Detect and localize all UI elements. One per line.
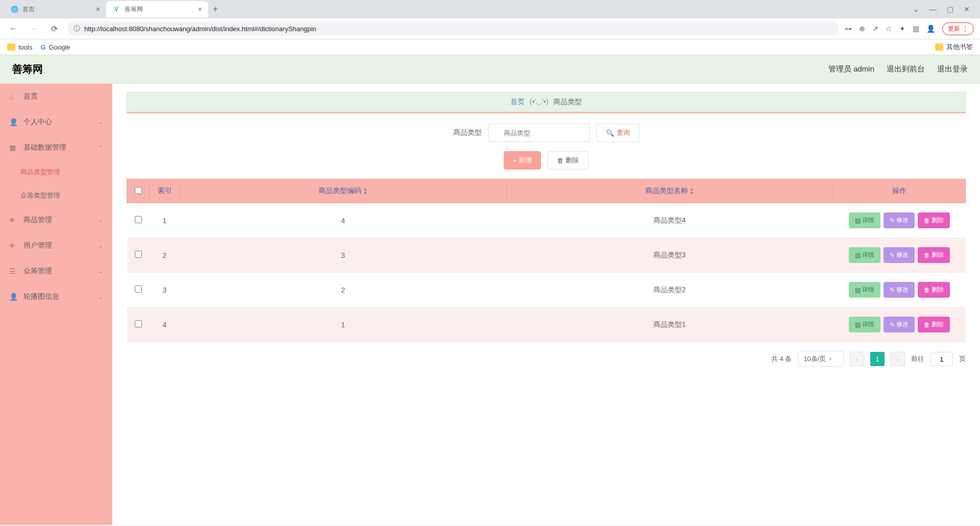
breadcrumb-home[interactable]: 首页 (510, 98, 525, 106)
goto-label: 前往 (911, 354, 924, 364)
to-front-link[interactable]: 退出到前台 (887, 64, 925, 74)
goto-suffix: 页 (959, 354, 966, 364)
cell-name: 商品类型4 (506, 203, 833, 238)
goto-page-input[interactable] (930, 352, 953, 366)
detail-button[interactable]: ▤ 详情 (849, 317, 880, 332)
row-checkbox[interactable] (135, 216, 142, 223)
col-name[interactable]: 商品类型名称▲▼ (506, 179, 833, 203)
profile-icon[interactable]: 👤 (926, 25, 935, 33)
row-checkbox[interactable] (135, 285, 142, 293)
panel-icon[interactable]: ▥ (913, 25, 919, 33)
delete-button[interactable]: 🗑 删除 (918, 212, 950, 228)
browser-tab-app[interactable]: V 善筹网 × (106, 1, 208, 17)
grid-icon: ▦ (9, 144, 18, 152)
key-icon[interactable]: ⊶ (845, 25, 852, 33)
page-size-select[interactable]: 10条/页 ▼ (798, 351, 844, 367)
doc-icon: ▤ (855, 252, 861, 259)
edit-button[interactable]: ✎ 修改 (884, 282, 915, 298)
sidebar-item-personal[interactable]: 👤个人中心⌄ (0, 109, 112, 135)
table-row: 32商品类型2▤ 详情✎ 修改🗑 删除 (127, 273, 966, 307)
bookmark-tools[interactable]: tools (7, 43, 32, 51)
share-icon[interactable]: ↗ (872, 25, 878, 33)
sidebar-sub-crowd-type[interactable]: 众筹类型管理 (0, 184, 112, 207)
query-button[interactable]: 🔍查询 (596, 124, 640, 142)
close-icon[interactable]: × (198, 5, 202, 13)
page-number-button[interactable]: 1 (870, 352, 885, 366)
delete-button[interactable]: 🗑 删除 (918, 317, 950, 332)
cell-code: 4 (180, 203, 507, 238)
sidebar-sub-product-type[interactable]: 商品类型管理 (0, 160, 112, 184)
sidebar-item-user[interactable]: ✈用户管理⌄ (0, 233, 112, 258)
back-button[interactable]: ← (6, 21, 20, 36)
tab-title: 善筹网 (125, 5, 143, 14)
row-checkbox[interactable] (135, 320, 142, 327)
edit-icon: ✎ (890, 217, 895, 224)
table-row: 41商品类型1▤ 详情✎ 修改🗑 删除 (127, 307, 966, 342)
edit-button[interactable]: ✎ 修改 (884, 212, 915, 228)
bookmark-other[interactable]: 其他书签 (935, 42, 973, 52)
browser-chrome: 🌐 首页 × V 善筹网 × + ⌄ — ▢ ✕ ← → ⟳ ⓘ http://… (0, 0, 980, 55)
address-bar: ← → ⟳ ⓘ http://localhost:8080/shanchouwa… (0, 18, 980, 39)
close-icon[interactable]: × (96, 5, 100, 13)
detail-button[interactable]: ▤ 详情 (849, 247, 880, 263)
info-icon: ⓘ (74, 24, 80, 33)
edit-button[interactable]: ✎ 修改 (884, 247, 915, 263)
user-icon: 👤 (9, 293, 18, 301)
cell-index: 3 (150, 273, 180, 307)
url-text: http://localhost:8080/shanchouwang/admin… (84, 25, 316, 33)
delete-button[interactable]: 🗑 删除 (918, 282, 950, 298)
user-label[interactable]: 管理员 admin (828, 64, 874, 74)
window-controls: ⌄ — ▢ ✕ (913, 5, 976, 13)
cell-name: 商品类型2 (506, 273, 833, 307)
sidebar-item-product[interactable]: ✈商品管理⌄ (0, 207, 112, 233)
cell-code: 3 (180, 238, 507, 273)
chevron-down-icon: ▼ (828, 356, 833, 362)
next-page-button[interactable]: › (891, 352, 905, 366)
close-window-icon[interactable]: ✕ (964, 5, 970, 13)
send-icon: ✈ (9, 242, 18, 250)
new-tab-button[interactable]: + (208, 2, 223, 16)
chevron-down-icon: ⌄ (98, 118, 103, 126)
extensions-icon[interactable]: ✦ (899, 25, 905, 33)
logout-link[interactable]: 退出登录 (937, 64, 968, 74)
reload-button[interactable]: ⟳ (47, 21, 61, 36)
update-button[interactable]: 更新 ⋮ (942, 22, 974, 35)
edit-button[interactable]: ✎ 修改 (884, 317, 915, 332)
breadcrumb-separator: (•'◡'•) (530, 98, 548, 106)
chevron-down-icon: ⌄ (98, 268, 103, 275)
detail-button[interactable]: ▤ 详情 (849, 212, 880, 228)
col-code[interactable]: 商品类型编码▲▼ (180, 179, 507, 203)
breadcrumb-current: 商品类型 (553, 98, 582, 106)
data-table: 索引 商品类型编码▲▼ 商品类型名称▲▼ 操作 14商品类型4▤ 详情✎ 修改🗑… (127, 179, 966, 342)
delete-button[interactable]: 🗑 删除 (918, 247, 950, 263)
row-checkbox[interactable] (135, 251, 142, 258)
sidebar-item-basedata[interactable]: ▦基础数据管理⌃ (0, 135, 112, 160)
forward-button[interactable]: → (27, 21, 41, 36)
cell-name: 商品类型1 (506, 307, 833, 342)
star-icon[interactable]: ☆ (886, 25, 892, 33)
search-input[interactable] (488, 124, 590, 142)
cell-index: 1 (150, 203, 180, 238)
zoom-icon[interactable]: ⊕ (859, 25, 865, 33)
chevron-down-icon: ⌄ (98, 242, 103, 249)
col-index: 索引 (150, 179, 180, 203)
sidebar-item-carousel[interactable]: 👤轮播图信息⌄ (0, 284, 112, 309)
url-input[interactable]: ⓘ http://localhost:8080/shanchouwang/adm… (67, 21, 839, 36)
app-title: 善筹网 (12, 62, 43, 76)
add-button[interactable]: +新增 (504, 151, 542, 170)
browser-tab-home[interactable]: 🌐 首页 × (4, 1, 106, 17)
detail-button[interactable]: ▤ 详情 (849, 282, 880, 298)
chevron-down-icon[interactable]: ⌄ (913, 5, 919, 13)
trash-icon: 🗑 (924, 252, 930, 259)
user-icon: 👤 (9, 118, 18, 126)
edit-icon: ✎ (890, 321, 895, 328)
minimize-icon[interactable]: — (929, 5, 937, 13)
sidebar-item-home[interactable]: ⌂首页 (0, 84, 112, 109)
select-all-checkbox[interactable] (135, 187, 142, 194)
sidebar-item-crowd[interactable]: ☰众筹管理⌄ (0, 258, 112, 284)
maximize-icon[interactable]: ▢ (947, 5, 953, 13)
bulk-delete-button[interactable]: 🗑删除 (547, 151, 589, 170)
bookmark-google[interactable]: GGoogle (40, 43, 70, 51)
table-row: 23商品类型3▤ 详情✎ 修改🗑 删除 (127, 238, 966, 273)
prev-page-button[interactable]: ‹ (850, 352, 864, 366)
